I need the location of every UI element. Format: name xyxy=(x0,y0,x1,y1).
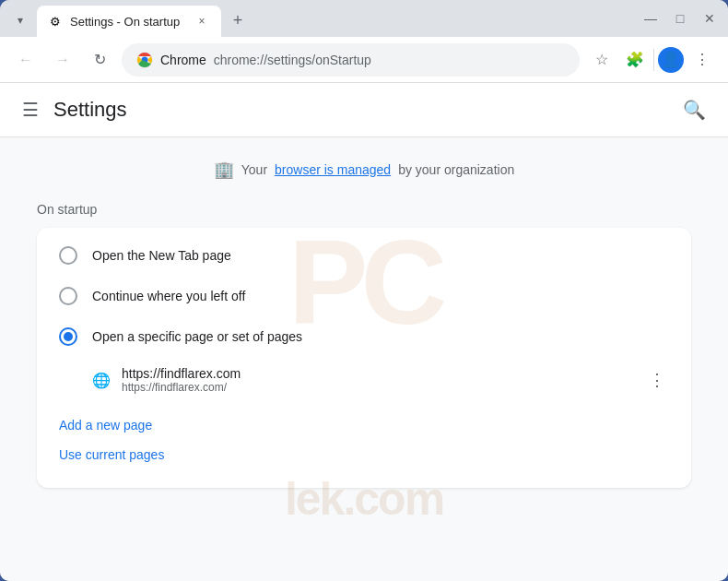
url-primary: https://findflarex.com xyxy=(122,366,634,381)
managed-notice: 🏢 Your browser is managed by your organi… xyxy=(37,160,691,180)
radio-circle-continue xyxy=(59,287,77,305)
reload-btn[interactable]: ↻ xyxy=(85,45,114,75)
hamburger-btn[interactable]: ☰ xyxy=(22,99,39,121)
star-btn[interactable]: ☆ xyxy=(587,45,616,75)
chrome-menu-btn[interactable]: ⋮ xyxy=(687,45,717,75)
settings-search-btn[interactable]: 🔍 xyxy=(683,99,706,121)
chrome-favicon xyxy=(136,52,153,68)
radio-option-new-tab[interactable]: Open the New Tab page xyxy=(37,235,691,276)
managed-text-before: Your xyxy=(241,162,267,177)
profile-btn[interactable]: 👤 xyxy=(658,47,684,73)
radio-label-new-tab: Open the New Tab page xyxy=(92,248,231,263)
page-content: PC lek.com ☰ Settings 🔍 🏢 Your browser i… xyxy=(0,83,728,581)
extensions-btn[interactable]: 🧩 xyxy=(620,45,650,75)
radio-circle-specific xyxy=(59,327,77,346)
add-new-page-link[interactable]: Add a new page xyxy=(59,410,669,440)
settings-main: 🏢 Your browser is managed by your organi… xyxy=(0,137,728,510)
browser-window: ▾ ⚙ Settings - On startup × + — □ ✕ ← → … xyxy=(0,0,728,581)
tab-favicon: ⚙ xyxy=(48,14,63,29)
active-tab[interactable]: ⚙ Settings - On startup × xyxy=(37,6,221,37)
links-area: Add a new page Use current pages xyxy=(37,403,691,480)
use-current-pages-link[interactable]: Use current pages xyxy=(59,440,669,469)
radio-label-continue: Continue where you left off xyxy=(92,289,245,303)
radio-circle-new-tab xyxy=(59,246,77,265)
address-bar[interactable]: Chrome chrome://settings/onStartup xyxy=(122,43,580,77)
nav-icons: ☆ 🧩 👤 ⋮ xyxy=(587,45,717,75)
title-bar: ▾ ⚙ Settings - On startup × + — □ ✕ xyxy=(0,0,728,37)
building-icon: 🏢 xyxy=(214,160,234,180)
address-text: Chrome chrome://settings/onStartup xyxy=(160,53,565,67)
new-tab-btn[interactable]: + xyxy=(225,7,251,33)
nav-divider xyxy=(653,49,654,71)
radio-dot-specific xyxy=(64,332,73,341)
window-controls: — □ ✕ xyxy=(640,7,721,30)
radio-option-specific[interactable]: Open a specific page or set of pages xyxy=(37,316,691,357)
tab-title: Settings - On startup xyxy=(70,15,186,29)
minimize-btn[interactable]: — xyxy=(640,7,662,30)
managed-text-after: by your organization xyxy=(398,162,514,177)
tab-close-btn[interactable]: × xyxy=(194,13,210,30)
tab-bar: ▾ ⚙ Settings - On startup × + xyxy=(7,6,632,37)
radio-label-specific: Open a specific page or set of pages xyxy=(92,329,302,344)
back-btn[interactable]: ← xyxy=(11,45,41,75)
profile-icon: 👤 xyxy=(662,51,680,68)
settings-header: ☰ Settings 🔍 xyxy=(0,83,728,137)
url-text: https://findflarex.com https://findflare… xyxy=(122,366,634,394)
url-secondary: https://findflarex.com/ xyxy=(122,381,634,394)
section-title: On startup xyxy=(37,202,691,217)
managed-link[interactable]: browser is managed xyxy=(275,162,391,177)
url-item[interactable]: 🌐 https://findflarex.com https://findfla… xyxy=(37,357,691,403)
close-btn[interactable]: ✕ xyxy=(699,7,721,30)
startup-card: Open the New Tab page Continue where you… xyxy=(37,228,691,488)
globe-icon: 🌐 xyxy=(92,371,111,389)
settings-page-title: Settings xyxy=(53,98,668,122)
nav-bar: ← → ↻ Chrome chrome://settings/onStartup… xyxy=(0,37,728,83)
maximize-btn[interactable]: □ xyxy=(669,7,691,30)
forward-btn[interactable]: → xyxy=(48,45,77,75)
url-more-btn[interactable]: ⋮ xyxy=(645,366,669,394)
radio-option-continue[interactable]: Continue where you left off xyxy=(37,276,691,316)
tab-dropdown-btn[interactable]: ▾ xyxy=(7,7,33,33)
